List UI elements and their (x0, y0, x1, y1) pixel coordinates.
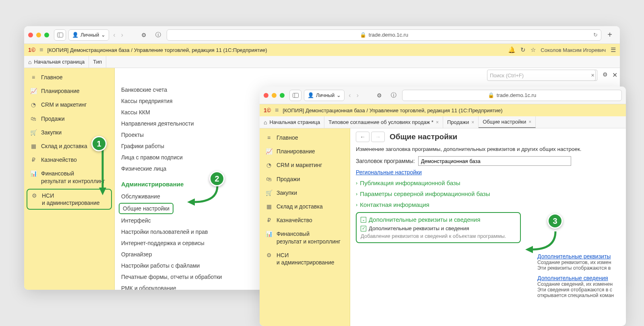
sidebar-item-nsi[interactable]: ⚙НСИ и администрирование (260, 248, 350, 269)
ruble-icon: ₽ (265, 217, 272, 224)
pie-icon: ◔ (265, 161, 272, 169)
info-icon[interactable]: ⓘ (388, 90, 400, 101)
tab-sales[interactable]: Продажи × (443, 116, 479, 128)
sidebar-item-finance[interactable]: 📊Финансовый результат и контроллинг (24, 167, 114, 188)
nav-back-button[interactable]: ← (356, 132, 369, 142)
profile-button[interactable]: 👤 Личный ⌄ (304, 90, 345, 101)
chevron-right-icon: › (356, 191, 357, 197)
side-desc: Эти реквизиты отображаются в (537, 265, 626, 271)
close-tab-icon[interactable]: × (528, 119, 531, 125)
sidebar-item-sales[interactable]: 🛍Продажи (260, 172, 350, 186)
sidebar-label: Главное (277, 134, 298, 141)
app-title-bar: 1© ≡ [КОПИЯ] Демонстрационная база / Упр… (24, 44, 620, 56)
sidebar-item-sales[interactable]: 🛍Продажи (24, 112, 114, 126)
address-bar[interactable]: 🔒 trade.demo.1c.ru (402, 90, 622, 101)
settings-icon[interactable]: ⚙ (603, 71, 608, 78)
sidebar: ≡Главное 📈Планирование ◔CRM и маркетинг … (260, 128, 350, 326)
sidebar-item-planning[interactable]: 📈Планирование (260, 144, 350, 158)
sidebar-label: Планирование (277, 148, 315, 155)
gear-icon[interactable]: ⚙ (138, 29, 150, 41)
maximize-window-icon[interactable] (280, 93, 285, 98)
profile-button[interactable]: 👤 Личный ⌄ (68, 29, 109, 41)
history-icon[interactable]: ↻ (520, 46, 526, 54)
refresh-icon[interactable]: ↻ (593, 32, 598, 38)
sidebar-item-main[interactable]: ≡Главное (260, 131, 350, 144)
minimize-window-icon[interactable] (272, 93, 277, 98)
sidebar-item-treasury[interactable]: ₽Казначейство (24, 153, 114, 167)
close-tab-icon[interactable]: × (471, 120, 474, 125)
sidebar-item-warehouse[interactable]: ▦Склад и доставка (260, 200, 350, 213)
tab-label: Тип (93, 59, 102, 65)
boxes-icon: ▦ (265, 203, 272, 210)
sidebar-label: Склад и доставка (277, 203, 323, 210)
app-title-bar: 1© ≡ [КОПИЯ] Демонстрационная база / Упр… (260, 104, 626, 116)
forward-icon[interactable]: › (120, 31, 125, 39)
browser-window-2: 👤 Личный ⌄ ‹ › ⚙ ⓘ 🔒 trade.demo.1c.ru 1©… (260, 87, 626, 326)
hamburger-icon[interactable]: ≡ (39, 46, 43, 54)
sidebar-item-crm[interactable]: ◔CRM и маркетинг (24, 98, 114, 111)
close-window-icon[interactable] (28, 33, 33, 37)
close-tab-icon[interactable]: × (436, 120, 439, 125)
list-icon: ≡ (30, 74, 37, 81)
app-title: [КОПИЯ] Демонстрационная база / Управлен… (283, 107, 502, 113)
bars-icon: 📊 (265, 230, 272, 237)
side-links: Дополнительные реквизиты Создание реквиз… (537, 253, 626, 302)
group-publication[interactable]: ›Публикация информационной базы (356, 180, 620, 186)
new-tab-icon[interactable]: + (604, 29, 616, 41)
back-icon[interactable]: ‹ (111, 31, 117, 39)
close-window-icon[interactable] (264, 93, 268, 98)
chevron-right-icon: › (356, 202, 357, 208)
tab-home[interactable]: ⌂ Начальная страница (24, 56, 89, 68)
program-title-input[interactable] (418, 156, 571, 166)
back-icon[interactable]: ‹ (347, 92, 352, 99)
bell-icon[interactable]: 🔔 (508, 46, 516, 54)
sidebar-item-crm[interactable]: ◔CRM и маркетинг (260, 158, 350, 172)
sidebar-item-finance[interactable]: 📊Финансовый результат и контроллинг (260, 227, 350, 248)
sidebar: ≡Главное 📈Планирование ◔CRM и маркетинг … (24, 68, 115, 290)
close-panel-icon[interactable]: ✕ (612, 71, 617, 79)
sidebar-item-planning[interactable]: 📈Планирование (24, 84, 114, 98)
link-additional-reqs[interactable]: Дополнительные реквизиты (537, 253, 611, 260)
tab-label: Типовое соглашение об условиях продаж * (328, 119, 433, 125)
group-contacts[interactable]: ›Контактная информация (356, 201, 620, 208)
sidebar-item-treasury[interactable]: ₽Казначейство (260, 213, 350, 227)
maximize-window-icon[interactable] (44, 33, 49, 37)
link-regional-settings[interactable]: Региональные настройки (356, 169, 422, 175)
checkbox-additional-attrs[interactable]: ✓ (361, 226, 366, 231)
link-additional-info[interactable]: Дополнительные сведения (537, 275, 608, 281)
lock-icon: 🔒 (360, 32, 366, 38)
info-icon[interactable]: ⓘ (152, 29, 164, 41)
tab-agreement[interactable]: Типовое соглашение об условиях продаж * … (324, 116, 443, 128)
sidebar-toggle-icon[interactable] (289, 90, 301, 101)
minimize-window-icon[interactable] (36, 33, 41, 37)
chart-icon: 📈 (265, 148, 272, 155)
sidebar-toggle-icon[interactable] (54, 29, 66, 41)
menu-item-general-settings[interactable]: Общие настройки (119, 203, 173, 214)
nav-forward-button: → (371, 132, 385, 142)
sidebar-label: Планирование (41, 87, 80, 95)
search-placeholder: Поиск (Ctrl+F) (490, 72, 524, 78)
sidebar-item-main[interactable]: ≡Главное (24, 70, 114, 84)
list-icon: ≡ (265, 134, 272, 141)
content-general-settings: ← → Общие настройки Изменение заголовка … (350, 128, 626, 326)
address-bar[interactable]: 🔒 trade.demo.1c.ru ↻ (167, 29, 601, 41)
tab-home[interactable]: ⌂ Начальная страница (260, 116, 324, 128)
ruble-icon: ₽ (30, 156, 37, 163)
star-icon[interactable]: ☆ (530, 46, 536, 54)
tab-second[interactable]: Тип (89, 56, 106, 68)
gear-icon[interactable]: ⚙ (373, 90, 385, 101)
sidebar-item-purchases[interactable]: 🛒Закупки (260, 186, 350, 200)
page-title: Общие настройки (390, 132, 457, 141)
url-text: trade.demo.1c.ru (497, 92, 536, 98)
group-server-params[interactable]: ›Параметры серверной информационной базы (356, 190, 620, 197)
sidebar-label: Закупки (277, 189, 297, 196)
tab-general-settings[interactable]: Общие настройки × (479, 116, 536, 128)
group-title-row[interactable]: ⌄ Дополнительные реквизиты и сведения (361, 216, 516, 223)
sidebar-item-nsi[interactable]: ⚙НСИ и администрирование (27, 189, 112, 210)
clear-icon[interactable]: × (588, 70, 597, 81)
side-desc: Создание реквизитов, их измен (537, 260, 626, 265)
menu-icon[interactable]: ☰ (611, 46, 616, 54)
forward-icon[interactable]: › (355, 92, 360, 99)
hamburger-icon[interactable]: ≡ (275, 107, 279, 114)
search-input[interactable]: Поиск (Ctrl+F) (487, 70, 596, 81)
